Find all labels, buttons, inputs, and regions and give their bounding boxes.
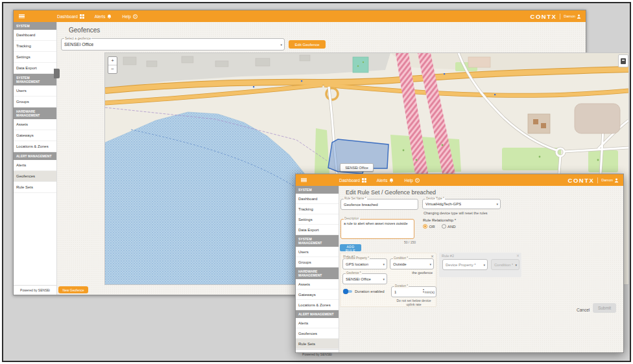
sidebar-item-alerts[interactable]: Alerts xyxy=(14,160,56,171)
top-nav-bar: Dashboard Alerts Help ? CONTX Damon xyxy=(14,10,586,22)
user-menu[interactable]: Damon xyxy=(601,178,619,183)
description-value: a rule to alert when asset moves outside… xyxy=(344,220,409,238)
user-menu[interactable]: Damon xyxy=(564,14,581,19)
nav-alerts[interactable]: Alerts xyxy=(95,14,112,19)
nav-dashboard-label: Dashboard xyxy=(57,14,78,19)
sidebar-section-alert-management: ALERT MANAGEMENT xyxy=(14,152,56,160)
rule-1-device-property-select[interactable]: Device Property * GPS location ▾ xyxy=(342,258,387,269)
sidebar-item-groups[interactable]: Groups xyxy=(296,257,339,267)
sidebar-item-gateways[interactable]: Gateways xyxy=(296,290,339,300)
sidebar: SYSTEM Dashboard Tracking Settings Data … xyxy=(296,186,339,352)
duration-input[interactable]: Duration * 1 ▴ ▾ min(s) xyxy=(391,286,436,297)
brand-separator xyxy=(597,177,598,183)
submit-button[interactable]: Submit xyxy=(593,303,616,313)
sidebar-section-alert-management: ALERT MANAGEMENT xyxy=(296,310,339,318)
new-geofence-button[interactable]: New Geofence xyxy=(58,286,88,293)
zoom-in-button[interactable]: + xyxy=(108,57,117,65)
person-icon xyxy=(577,14,581,19)
sidebar-item-dashboard[interactable]: Dashboard xyxy=(296,194,339,204)
rule-set-name-value: Geofence breached xyxy=(344,199,378,209)
sidebar-item-alerts[interactable]: Alerts xyxy=(296,318,339,328)
dashboard-grid-icon xyxy=(80,14,84,19)
stepper-down-icon[interactable]: ▾ xyxy=(423,291,424,294)
geofence-map-label[interactable]: SENSEi Office xyxy=(340,163,374,172)
sidebar-item-dashboard[interactable]: Dashboard xyxy=(14,30,56,41)
top-nav-bar: Dashboard Alerts Help ? CONTX Damon xyxy=(296,174,623,186)
hamburger-menu-icon[interactable] xyxy=(19,14,25,19)
panel-collapse-handle[interactable] xyxy=(54,69,60,78)
rule-1-close-icon[interactable]: ✕ xyxy=(431,254,434,258)
nav-dashboard[interactable]: Dashboard xyxy=(57,14,84,19)
sidebar-item-assets[interactable]: Assets xyxy=(14,119,56,130)
sidebar-item-rule-sets[interactable]: Rule Sets xyxy=(296,339,339,349)
map-poi-marker[interactable] xyxy=(618,54,628,67)
sidebar-section-system: SYSTEM xyxy=(14,22,56,30)
nav-dashboard[interactable]: Dashboard xyxy=(339,178,366,183)
radio-or[interactable]: OR xyxy=(423,224,435,229)
zoom-out-button[interactable]: − xyxy=(108,65,117,73)
page-title: Geofences xyxy=(69,27,100,34)
poi-icon xyxy=(621,58,626,64)
sidebar-section-hardware-management: HARDWARE MANAGEMENT xyxy=(14,108,56,119)
sidebar-item-data-export[interactable]: Data Export xyxy=(14,63,56,74)
sidebar-item-geofences[interactable]: Geofences xyxy=(14,171,56,182)
rule-1-condition-select[interactable]: Condition * Outside ▾ xyxy=(390,258,434,269)
rule-relationship-label: Rule Relationship * xyxy=(423,218,456,222)
map-zoom-control: + − xyxy=(108,56,117,74)
nav-help[interactable]: Help ? xyxy=(122,14,137,19)
radio-and[interactable]: AND xyxy=(442,224,456,229)
duration-toggle-label: Duration enabled xyxy=(355,290,385,293)
geofence-select-value: SENSEi Office xyxy=(64,39,93,50)
powered-by-footer: Powered by SENSEi xyxy=(296,349,339,359)
nav-dashboard-label: Dashboard xyxy=(339,178,360,183)
sidebar-item-users[interactable]: Users xyxy=(296,247,339,257)
duration-stepper[interactable]: ▴ ▾ xyxy=(423,289,424,294)
sidebar-item-assets[interactable]: Assets xyxy=(296,279,339,290)
nav-help[interactable]: Help ? xyxy=(404,178,419,183)
rule-2-condition-select[interactable]: Condition * ▾ xyxy=(491,259,520,270)
sidebar-item-locations-zones[interactable]: Locations & Zones xyxy=(296,300,339,310)
sidebar-item-settings[interactable]: Settings xyxy=(14,52,56,63)
sidebar: SYSTEM Dashboard Tracking Settings Data … xyxy=(14,22,57,295)
sidebar-item-tracking[interactable]: Tracking xyxy=(14,41,56,52)
device-type-select[interactable]: Device Type * VirtualHdgTech-GPS ▾ xyxy=(422,199,501,209)
rule-2-close-icon[interactable]: ✕ xyxy=(516,253,520,258)
add-rule-button[interactable]: ADD RULE xyxy=(340,244,361,251)
top-nav-items: Dashboard Alerts Help ? xyxy=(57,14,137,19)
duration-toggle[interactable]: Duration enabled xyxy=(343,289,385,294)
chevron-down-icon: ▾ xyxy=(483,263,485,266)
description-textarea[interactable]: Description a rule to alert when asset m… xyxy=(340,219,414,239)
cancel-button[interactable]: Cancel xyxy=(573,307,593,313)
rule-relationship-radios: OR AND xyxy=(423,224,456,229)
sidebar-item-groups[interactable]: Groups xyxy=(14,97,56,108)
rule-set-name-input[interactable]: Rule Set Name * Geofence breached xyxy=(340,199,418,210)
top-nav-items: Dashboard Alerts Help ? xyxy=(339,178,420,183)
edit-geofence-button[interactable]: Edit Geofence xyxy=(289,40,326,49)
hamburger-menu-icon[interactable] xyxy=(301,178,307,183)
sidebar-item-tracking[interactable]: Tracking xyxy=(296,204,339,214)
duration-value: 1 xyxy=(394,287,396,297)
nav-alerts[interactable]: Alerts xyxy=(377,178,394,183)
nav-help-label: Help xyxy=(122,14,130,19)
user-name: Damon xyxy=(601,178,613,182)
brand-area: CONTX Damon xyxy=(531,13,586,20)
rule-1-condition-helper: the geofence xyxy=(390,271,433,275)
rule-1-device-property-value: GPS location xyxy=(346,259,368,269)
radio-and-label: AND xyxy=(448,225,456,229)
sidebar-item-locations-zones[interactable]: Locations & Zones xyxy=(14,141,56,152)
rule-2-device-property-select[interactable]: Device Property * ▾ xyxy=(442,259,488,270)
sidebar-item-gateways[interactable]: Gateways xyxy=(14,130,56,141)
geofence-select[interactable]: Select a geofence SENSEi Office ▾ xyxy=(61,38,285,51)
sidebar-item-data-export[interactable]: Data Export xyxy=(296,225,339,235)
sidebar-item-users[interactable]: Users xyxy=(14,85,56,97)
toggle-switch xyxy=(343,289,353,294)
bell-icon xyxy=(389,178,394,183)
sidebar-item-settings[interactable]: Settings xyxy=(296,214,339,225)
rule-2-card: Rule #2 ✕ Device Property * ▾ Condition … xyxy=(439,253,521,277)
brand-logo: CONTX xyxy=(568,177,595,184)
sidebar-item-rule-sets[interactable]: Rule Sets xyxy=(14,182,56,193)
sidebar-item-geofences[interactable]: Geofences xyxy=(296,328,339,339)
dashboard-grid-icon xyxy=(362,178,366,183)
edit-rule-set-content: Edit Rule Set / Geofence breached Rule S… xyxy=(339,186,623,352)
rule-1-geofence-select[interactable]: Geofence * SENSEi Office ▾ xyxy=(342,273,387,284)
